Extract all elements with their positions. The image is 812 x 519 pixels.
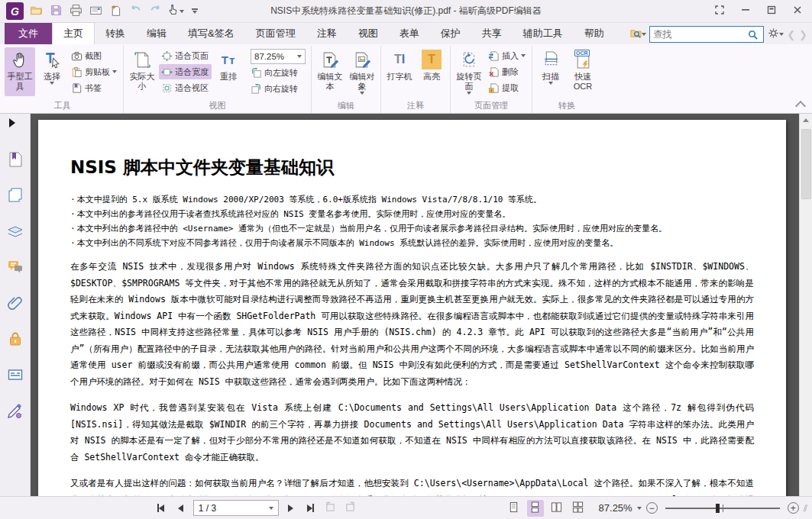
select-dropdown-arrow[interactable] xyxy=(50,82,54,85)
rotate-left-button[interactable]: 向左旋转 xyxy=(248,65,308,80)
collapse-ribbon-icon[interactable] xyxy=(795,101,806,111)
edit-text-icon xyxy=(320,50,340,69)
first-page-button[interactable] xyxy=(154,501,169,516)
clipboard-button[interactable]: 剪贴板 xyxy=(69,64,120,79)
tab-form[interactable]: 表单 xyxy=(389,23,430,44)
scan-button[interactable]: 扫描 xyxy=(535,47,566,96)
scrollbar-thumb[interactable] xyxy=(801,129,811,199)
bookmark-label: 书签 xyxy=(85,82,102,94)
comments-panel-icon[interactable] xyxy=(2,252,28,282)
statusbar-zoom-dropdown-arrow[interactable] xyxy=(637,507,642,510)
rotate-right-button[interactable]: 向右旋转 xyxy=(248,81,308,96)
tab-convert[interactable]: 转换 xyxy=(95,23,136,44)
delete-pages-button[interactable]: 删除 xyxy=(486,64,529,79)
tab-edit[interactable]: 编辑 xyxy=(136,23,177,44)
print-button[interactable] xyxy=(66,2,85,21)
clipboard-dropdown-arrow[interactable] xyxy=(112,70,117,73)
bookmarks-panel-icon[interactable] xyxy=(2,144,28,175)
next-view-button[interactable] xyxy=(343,501,358,516)
tab-share[interactable]: 共享 xyxy=(471,23,513,44)
tab-view[interactable]: 视图 xyxy=(348,23,389,44)
layers-panel-icon[interactable] xyxy=(2,216,28,247)
snapshot-button[interactable]: 截图 xyxy=(69,48,120,63)
zoom-level-select[interactable]: 87.25% xyxy=(251,49,306,64)
find-box[interactable] xyxy=(649,26,764,43)
tab-comment[interactable]: 注释 xyxy=(306,23,348,44)
zoom-out-button[interactable]: − xyxy=(646,502,658,514)
fit-visible-button[interactable]: 适合视区 xyxy=(159,80,212,95)
insert-dropdown-arrow[interactable] xyxy=(521,54,526,57)
maximize-button[interactable] xyxy=(760,3,783,20)
select-tool-button[interactable]: 选择 xyxy=(37,47,67,96)
page-number-select[interactable]: 1 / 3 xyxy=(193,500,279,516)
edit-object-dropdown-arrow[interactable] xyxy=(360,92,364,95)
zoom-slider[interactable] xyxy=(665,508,780,509)
save-button[interactable] xyxy=(47,2,65,21)
expand-panel-icon[interactable] xyxy=(9,118,15,127)
open-file-button[interactable] xyxy=(27,2,45,21)
email-button[interactable] xyxy=(86,2,105,21)
tab-protect[interactable]: 保护 xyxy=(430,23,471,44)
continuous-view-button[interactable] xyxy=(527,500,544,517)
extract-pages-button[interactable]: 提取 xyxy=(486,80,529,95)
comment-group-label: 注释 xyxy=(384,100,447,113)
scan-dropdown-arrow[interactable] xyxy=(548,82,553,85)
pdf-page[interactable]: NSIS 脚本中文件夹变量基础知识 本文中提到的 5.x 版系统 Windows… xyxy=(38,120,786,496)
facing-view-button[interactable] xyxy=(548,500,565,517)
single-page-view-button[interactable] xyxy=(506,500,522,517)
security-panel-icon[interactable] xyxy=(2,324,28,354)
previous-page-button[interactable] xyxy=(173,501,189,516)
customize-toolbar-button[interactable] xyxy=(186,2,204,21)
minimize-button[interactable] xyxy=(734,3,757,20)
attachments-panel-icon[interactable] xyxy=(2,288,28,318)
tab-accessibility[interactable]: 辅助工具 xyxy=(513,23,574,44)
edit-text-button[interactable]: 编辑文本 xyxy=(315,47,345,96)
hand-tool-button[interactable]: 手型工具 xyxy=(5,47,35,96)
toggle-layout-button[interactable] xyxy=(708,3,731,20)
bookmark-button[interactable]: 书签 xyxy=(69,80,120,95)
pages-panel-icon[interactable] xyxy=(2,180,28,211)
last-page-button[interactable] xyxy=(303,501,319,516)
settings-button[interactable] xyxy=(768,27,783,42)
tab-help[interactable]: 帮助 xyxy=(574,23,615,44)
signature-panel-icon[interactable] xyxy=(2,395,28,426)
tab-file[interactable]: 文件 xyxy=(5,23,52,44)
tab-fill-sign[interactable]: 填写&签名 xyxy=(177,23,245,44)
fields-panel-icon[interactable] xyxy=(2,359,28,390)
zoom-slider-thumb[interactable] xyxy=(716,504,720,513)
find-input[interactable] xyxy=(653,29,745,40)
document-viewport[interactable]: NSIS 脚本中文件夹变量基础知识 本文中提到的 5.x 版系统 Windows… xyxy=(31,114,799,496)
rotate-pages-dropdown-arrow[interactable] xyxy=(467,92,471,95)
fit-page-button[interactable]: 适合页面 xyxy=(159,48,212,63)
edit-object-button[interactable]: 编辑对象 xyxy=(347,47,377,96)
quick-ocr-button[interactable]: OCR 快速OCR xyxy=(568,47,598,96)
undo-button[interactable] xyxy=(126,2,144,21)
tab-organize[interactable]: 页面管理 xyxy=(245,23,306,44)
insert-pages-button[interactable]: 插入 xyxy=(486,48,529,63)
next-page-button[interactable] xyxy=(283,501,299,516)
actual-size-button[interactable]: 实际大小 xyxy=(127,47,157,96)
fit-width-button[interactable]: 适合宽度 xyxy=(159,64,212,79)
statusbar-zoom-value[interactable]: 87.25% xyxy=(599,502,632,514)
tab-home[interactable]: 主页 xyxy=(52,22,95,44)
scroll-up-button[interactable] xyxy=(800,114,812,127)
settings-dropdown-arrow[interactable] xyxy=(779,33,784,36)
previous-view-button[interactable] xyxy=(323,501,338,516)
vertical-scrollbar[interactable] xyxy=(799,114,812,496)
search-folder-dropdown-arrow[interactable] xyxy=(642,33,646,36)
history-forward-icon[interactable]: ❯ xyxy=(799,29,807,40)
typewriter-button[interactable]: TI 打字机 xyxy=(384,47,415,96)
highlight-button[interactable]: T 高亮 xyxy=(416,47,447,96)
reflow-button[interactable]: Tт 重排 xyxy=(213,47,244,96)
zoom-in-button[interactable]: + xyxy=(788,502,799,514)
search-folder-button[interactable] xyxy=(630,27,645,42)
search-icon[interactable] xyxy=(745,27,760,42)
redo-button[interactable] xyxy=(146,2,164,21)
rotate-pages-button[interactable]: 旋转页面 xyxy=(454,47,484,96)
history-back-icon[interactable]: ❮ xyxy=(787,29,795,40)
new-document-button[interactable] xyxy=(106,2,125,21)
hand-tool-dropdown-arrow[interactable] xyxy=(180,10,184,13)
close-button[interactable] xyxy=(786,3,809,20)
hand-tool-quick-button[interactable] xyxy=(166,2,184,21)
facing-continuous-view-button[interactable] xyxy=(570,500,587,517)
